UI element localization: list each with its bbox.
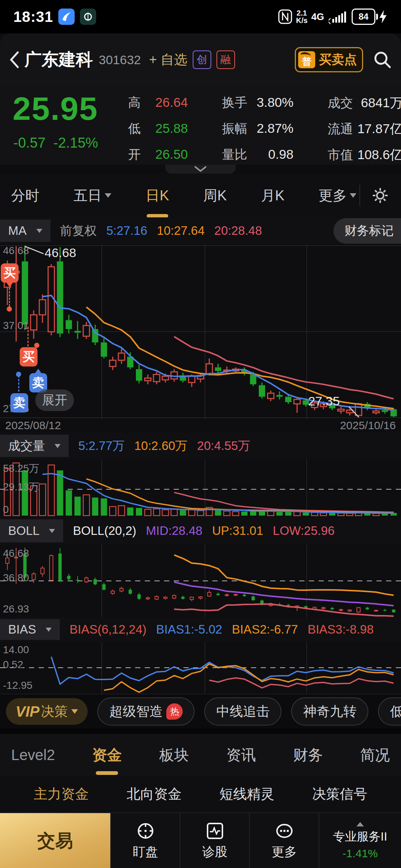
stock-name: 广东建科	[25, 48, 93, 71]
boll-chart[interactable]: 46.68 36.80 26.93	[0, 545, 401, 617]
tab-profile[interactable]: 简况	[360, 745, 390, 765]
tab-financials[interactable]: 财务	[293, 745, 323, 765]
ellipsis-circle-icon	[275, 821, 294, 841]
finance-mark-toggle[interactable]: 财务标记	[333, 218, 401, 244]
vol-ma10-value: 10:2.60万	[134, 438, 188, 454]
collapse-handle[interactable]	[0, 165, 401, 174]
subtab-short-term[interactable]: 短线精灵	[219, 785, 274, 803]
dropdown-icon	[36, 229, 42, 233]
super-smart-button[interactable]: 超级智造 热	[97, 697, 195, 726]
tab-minute[interactable]: 分时	[11, 186, 39, 205]
boll-indicator-selector[interactable]: BOLL	[0, 519, 63, 542]
tab-level2[interactable]: Level2	[11, 747, 55, 763]
broker-app-icon	[80, 9, 96, 25]
volume-svg	[0, 459, 401, 517]
stat-value: 3.80%	[249, 95, 293, 110]
bias2-value: BIAS2:-6.77	[232, 622, 298, 637]
expand-button[interactable]: 展开	[35, 389, 74, 411]
tab-daily-k[interactable]: 日K	[146, 186, 169, 205]
ma10-value: 10:27.64	[157, 224, 205, 238]
price-axis-high: 46.68	[3, 245, 29, 257]
speed-value: 2.1	[297, 9, 307, 17]
indicator-name: BIAS	[8, 622, 36, 637]
scope-icon	[136, 821, 155, 841]
tab-label: Level2	[11, 747, 55, 763]
tab-label: 财务	[293, 747, 323, 763]
hot-badge: 热	[166, 703, 183, 720]
low-absorb-button[interactable]: 低吸能手	[378, 697, 401, 726]
battery-level: 84	[352, 9, 375, 25]
tab-five-day[interactable]: 五日	[74, 186, 111, 205]
low-annotation: 27.35	[308, 394, 340, 408]
vip-decision-button[interactable]: VIP 决策	[6, 698, 88, 725]
stat-value: 17.87亿	[355, 120, 401, 138]
pill-label: 中线追击	[216, 703, 270, 721]
more-button[interactable]: 更多	[249, 813, 319, 868]
bias-axis-max: 14.00	[3, 644, 29, 656]
boll-axis-mid: 36.80	[3, 572, 29, 584]
pro-service-panel[interactable]: 专业服务II -1.41%	[319, 813, 401, 868]
bottom-action-bar: 交易 盯盘 诊股 更多 专业服务II -1.4	[0, 812, 401, 868]
bias-indicator-selector[interactable]: BIAS	[0, 619, 60, 640]
back-icon[interactable]	[9, 51, 19, 69]
bias1-value: BIAS1:-5.02	[156, 622, 222, 637]
midline-chase-button[interactable]: 中线追击	[204, 697, 281, 726]
chuang-badge: 创	[193, 50, 211, 69]
volume-chart[interactable]: 58.25万 29.13万 0	[0, 459, 401, 517]
tab-sectors[interactable]: 板块	[159, 745, 189, 765]
speed-unit: K/s	[296, 17, 307, 24]
tab-weekly-k[interactable]: 周K	[203, 186, 226, 205]
stat-value: 26.64	[144, 95, 188, 110]
stat-value: 0.98	[249, 147, 293, 162]
adjust-mode[interactable]: 前复权	[60, 223, 97, 239]
sell-signal-badge[interactable]: 卖	[10, 393, 28, 412]
selected-tab-indicator	[147, 214, 168, 218]
bias-chart[interactable]: 14.00 0.52 -12.95	[0, 642, 401, 694]
stat-label: 市值	[328, 147, 353, 164]
search-icon[interactable]	[373, 50, 392, 69]
stats-row-3: 开 26.50 量比 0.98 市值 108.6亿	[128, 146, 401, 164]
vip-brand: VIP	[16, 703, 39, 720]
chevron-down-icon	[194, 166, 207, 172]
indicator-name: BOLL	[8, 524, 39, 538]
change-value: -0.57	[13, 135, 46, 151]
indicator-name: MA	[8, 224, 27, 238]
signal-dot	[7, 306, 12, 312]
magic-nine-button[interactable]: 神奇九转	[291, 697, 368, 726]
subtab-main-funds[interactable]: 主力资金	[34, 785, 89, 803]
add-watchlist-button[interactable]: + 自选	[149, 51, 187, 69]
stat-label: 换手	[222, 94, 247, 111]
subtab-decision-signal[interactable]: 决策信号	[312, 785, 367, 803]
stat-value: 26.50	[144, 147, 188, 162]
volume-indicator-selector[interactable]: 成交量	[0, 435, 69, 457]
ma-indicator-selector[interactable]: MA	[0, 220, 50, 242]
watch-monitor-button[interactable]: 盯盘	[110, 813, 180, 868]
wing-app-icon	[58, 9, 75, 25]
funds-subtab-bar: 主力资金 北向资金 短线精灵 决策信号	[0, 776, 401, 812]
item-label: 盯盘	[133, 844, 158, 861]
diagnose-stock-button[interactable]: 诊股	[180, 813, 249, 868]
stats-row-1: 高 26.64 换手 3.80% 成交 6841万	[128, 94, 401, 112]
trade-button[interactable]: 交易	[0, 813, 110, 868]
last-price: 25.95	[13, 90, 98, 128]
item-label: 更多	[272, 844, 297, 861]
subtab-northbound[interactable]: 北向资金	[127, 785, 182, 803]
tab-monthly-k[interactable]: 月K	[261, 186, 284, 205]
boll-svg	[0, 545, 401, 617]
candlestick-chart[interactable]: 46.68 37.01 27.35 46.68 27.35 买 买 卖 卖 展开	[0, 244, 401, 419]
buy-sell-point-label: 买卖点	[319, 51, 357, 68]
stat-label: 流通	[328, 121, 353, 138]
tab-label: 日K	[146, 186, 169, 205]
buy-signal-badge[interactable]: 买	[20, 347, 38, 366]
expand-up-icon	[356, 822, 364, 826]
tab-label: 资讯	[226, 747, 256, 763]
tab-news[interactable]: 资讯	[226, 745, 256, 765]
buy-signal-badge[interactable]: 买	[1, 263, 19, 283]
tab-funds[interactable]: 资金	[92, 745, 122, 765]
buy-label: 买	[23, 349, 35, 365]
tab-label: 分时	[11, 186, 39, 205]
tab-more[interactable]: 更多	[319, 186, 356, 205]
pu-icon: 普	[298, 51, 315, 68]
buy-sell-point-button[interactable]: 普 买卖点	[295, 47, 363, 72]
gear-icon[interactable]	[371, 186, 390, 205]
